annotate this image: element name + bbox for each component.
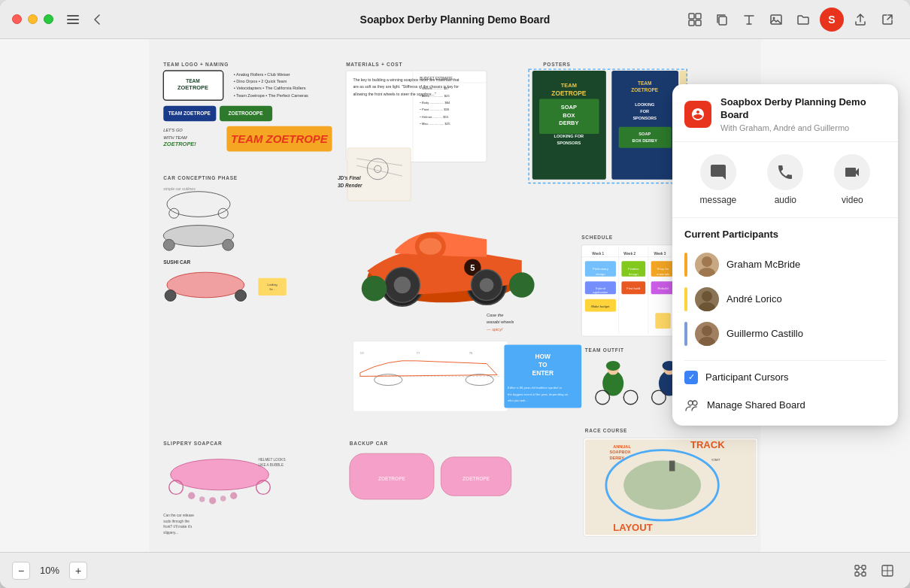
andre-indicator <box>684 287 687 311</box>
svg-text:• Paint ............... $36: • Paint ............... $36 <box>420 108 450 111</box>
zoom-out-button[interactable]: − <box>12 562 30 580</box>
svg-text:Shop for: Shop for <box>657 267 669 271</box>
collab-actions: message audio vide <box>672 142 898 218</box>
svg-point-154 <box>606 361 620 371</box>
collab-board-title: Soapbox Derby Planning Demo Board <box>720 96 886 122</box>
board-icon <box>684 101 711 128</box>
manage-shared-board-item[interactable]: Manage Shared Board <box>684 391 886 420</box>
svg-text:Submit: Submit <box>596 286 606 290</box>
svg-text:• Dino Drpos         • 2 Quick: • Dino Drpos • 2 Quick Team <box>234 79 287 83</box>
svg-text:CAR CONCEPTING PHASE: CAR CONCEPTING PHASE <box>163 175 238 180</box>
manage-board-icon <box>684 398 699 413</box>
svg-text:FOR: FOR <box>640 109 649 114</box>
copy-tool-button[interactable] <box>711 9 733 30</box>
svg-text:ZOETROPE: ZOETROPE <box>378 476 405 481</box>
fullscreen-button[interactable] <box>44 14 53 24</box>
svg-text:LIKE A BUBBLE: LIKE A BUBBLE <box>258 463 284 467</box>
svg-text:SOAP: SOAP <box>639 132 651 136</box>
back-button[interactable] <box>86 9 108 30</box>
svg-text:TEAM: TEAM <box>186 78 199 83</box>
svg-text:TEAM LOGO + NAMING: TEAM LOGO + NAMING <box>163 62 229 67</box>
svg-text:Case the: Case the <box>487 313 503 317</box>
grid-view-button[interactable] <box>877 560 898 581</box>
svg-text:ZOETROOOPE: ZOETROOOPE <box>229 111 264 116</box>
fit-view-button[interactable] <box>850 560 871 581</box>
svg-rect-4 <box>696 14 701 19</box>
minimize-button[interactable] <box>28 14 38 24</box>
svg-text:suds through the: suds through the <box>163 520 190 523</box>
svg-point-74 <box>223 239 234 250</box>
svg-rect-209 <box>862 572 866 576</box>
video-icon <box>834 154 870 190</box>
svg-text:Make budget: Make budget <box>591 305 610 308</box>
grid-tool-button[interactable] <box>684 9 705 30</box>
graham-indicator <box>684 253 687 277</box>
svg-text:SCHEDULE: SCHEDULE <box>581 235 613 240</box>
svg-text:Looking: Looking <box>268 283 278 286</box>
svg-text:76: 76 <box>469 351 473 355</box>
svg-point-204 <box>688 401 693 405</box>
svg-text:77: 77 <box>417 351 420 355</box>
svg-text:application: application <box>593 290 608 294</box>
titlebar: Soapbox Derby Planning Demo Board <box>0 0 910 39</box>
svg-text:ZOETROPE: ZOETROPE <box>551 89 587 97</box>
svg-point-205 <box>693 401 697 405</box>
participant-cursors-item[interactable]: ✓ Participant Cursors <box>684 364 886 391</box>
svg-rect-63 <box>619 127 672 148</box>
guillermo-indicator <box>684 322 687 346</box>
svg-text:BUDGET ESTIMATE: BUDGET ESTIMATE <box>420 77 453 80</box>
traffic-lights <box>12 14 53 24</box>
svg-text:ZOETROPE: ZOETROPE <box>631 87 658 92</box>
sidebar-toggle-button[interactable] <box>62 9 83 30</box>
svg-text:DERBY: DERBY <box>559 120 578 126</box>
folder-tool-button[interactable] <box>793 9 814 30</box>
canvas-area[interactable]: TEAM LOGO + NAMING TEAM ZOETROPE • Analo… <box>0 39 910 552</box>
svg-text:SLIPPERY SOAPCAR: SLIPPERY SOAPCAR <box>163 441 222 446</box>
text-tool-button[interactable] <box>739 9 760 30</box>
bottombar: − 10% + <box>0 552 910 588</box>
svg-rect-7 <box>719 17 726 25</box>
svg-text:5: 5 <box>470 263 475 272</box>
svg-rect-149 <box>655 313 671 329</box>
participant-list: Graham McBride André Lorico <box>672 247 898 351</box>
svg-text:materials: materials <box>657 272 669 276</box>
audio-action[interactable]: audio <box>767 154 803 205</box>
svg-text:HELMET LOOKS: HELMET LOOKS <box>258 458 285 462</box>
svg-rect-1 <box>67 19 79 20</box>
svg-rect-0 <box>67 15 79 17</box>
svg-text:wasabi wheels: wasabi wheels <box>487 320 514 324</box>
image-tool-button[interactable] <box>766 9 787 30</box>
external-link-button[interactable] <box>877 9 898 30</box>
participant-cursors-checkbox[interactable]: ✓ <box>684 371 698 384</box>
svg-text:simple car outlines: simple car outlines <box>163 186 196 191</box>
svg-point-178 <box>171 459 269 490</box>
svg-text:WITH TEAM: WITH TEAM <box>163 135 187 140</box>
user-avatar-button[interactable]: S <box>820 8 844 32</box>
svg-point-198 <box>702 256 712 267</box>
svg-text:First build: First build <box>626 286 641 290</box>
window-title: Soapbox Derby Planning Demo Board <box>360 14 551 26</box>
close-button[interactable] <box>12 14 22 24</box>
message-icon <box>700 154 736 190</box>
svg-point-76 <box>167 272 244 298</box>
svg-text:JD's Final: JD's Final <box>338 175 361 180</box>
svg-point-202 <box>702 326 712 336</box>
svg-text:START: START <box>711 459 721 462</box>
svg-text:• Axles ............... $23: • Axles ............... $23 <box>420 94 450 98</box>
audio-icon <box>767 154 803 190</box>
svg-point-199 <box>699 268 715 277</box>
svg-text:LOOKING: LOOKING <box>635 102 654 107</box>
collab-board-subtitle: With Graham, André and Guillermo <box>720 123 886 132</box>
zoom-in-button[interactable]: + <box>69 562 87 580</box>
svg-text:TEAM: TEAM <box>638 80 651 86</box>
svg-point-94 <box>480 278 494 292</box>
svg-point-184 <box>220 496 226 501</box>
share-button[interactable] <box>850 9 871 30</box>
svg-text:SUSHI CAR: SUSHI CAR <box>163 259 190 265</box>
audio-label: audio <box>775 195 796 205</box>
current-participants-title: Current Participants <box>672 218 898 247</box>
svg-text:SPONSORS: SPONSORS <box>557 141 581 145</box>
svg-text:Can the car release: Can the car release <box>163 514 194 517</box>
message-action[interactable]: message <box>700 154 737 205</box>
video-action[interactable]: video <box>834 154 870 205</box>
